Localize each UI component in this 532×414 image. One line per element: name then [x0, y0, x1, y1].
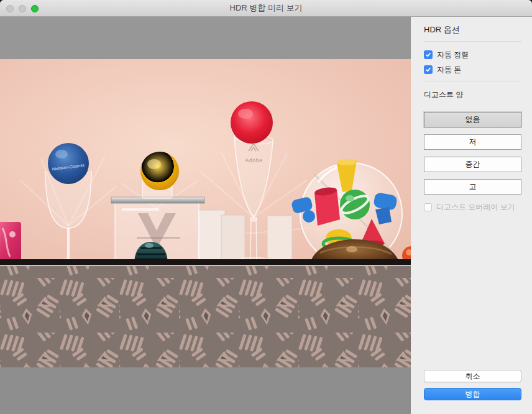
auto-align-label: 자동 정렬 — [437, 50, 469, 60]
auto-tone-label: 자동 톤 — [437, 65, 461, 75]
checkbox-unchecked-disabled — [424, 203, 432, 211]
deghost-medium-button[interactable]: 중간 — [424, 157, 521, 172]
checkbox-checked[interactable] — [424, 50, 433, 59]
title-bar: HDR 병합 미리 보기 — [0, 0, 532, 17]
deghost-high-button[interactable]: 고 — [424, 179, 521, 195]
auto-tone-checkbox[interactable]: 자동 톤 — [424, 65, 521, 75]
panel-spacer — [424, 212, 521, 370]
deghost-button-group: 없음 저 중간 고 — [424, 112, 521, 195]
flute-etch-text: Adobe — [245, 157, 262, 163]
divider — [424, 41, 521, 42]
traffic-lights — [6, 0, 39, 17]
minimize-button — [19, 5, 26, 12]
deghost-low-button[interactable]: 저 — [424, 134, 521, 150]
hdr-preview-image: Niebaum-Coppola Adobe — [0, 59, 411, 367]
viewer-letterbox-top — [0, 17, 411, 59]
merge-button[interactable]: 병합 — [424, 388, 521, 400]
cancel-button[interactable]: 취소 — [424, 370, 521, 382]
preview-viewer: Niebaum-Coppola Adobe — [0, 17, 411, 414]
panel-title: HDR 옵션 — [424, 24, 521, 35]
check-icon — [425, 52, 431, 58]
hdr-merge-dialog: HDR 병합 미리 보기 — [0, 0, 532, 414]
close-button — [6, 5, 14, 12]
deghost-none-button[interactable]: 없음 — [424, 112, 521, 127]
hdr-options-panel: HDR 옵션 자동 정렬 자동 톤 디고스트 양 없음 저 중간 고 — [411, 17, 532, 414]
deghost-overlay-label: 디고스트 오버레이 보기 — [436, 202, 515, 213]
divider — [424, 81, 521, 81]
window-title: HDR 병합 미리 보기 — [230, 2, 303, 14]
viewer-letterbox-bottom — [0, 367, 411, 414]
deghost-amount-label: 디고스트 양 — [424, 90, 521, 100]
check-icon — [425, 67, 431, 73]
deghost-overlay-checkbox: 디고스트 오버레이 보기 — [424, 203, 521, 212]
checkbox-checked[interactable] — [424, 65, 433, 74]
zoom-button[interactable] — [31, 5, 39, 12]
auto-align-checkbox[interactable]: 자동 정렬 — [424, 50, 521, 60]
